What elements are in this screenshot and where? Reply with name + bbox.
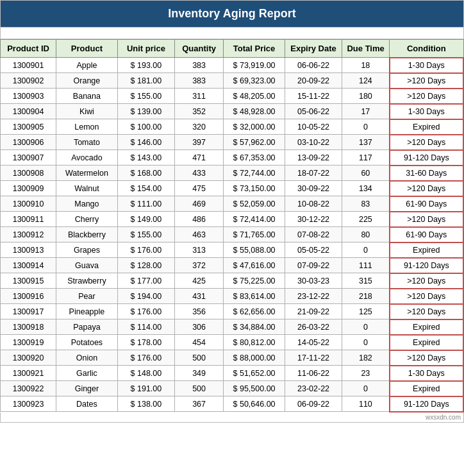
cell-condition: >120 Days [390, 89, 463, 104]
cell-product-id: 1300904 [1, 104, 56, 119]
cell-due-time: 180 [342, 89, 390, 104]
table-row: 1300918Papaya$ 114.00306$ 34,884.0026-03… [1, 319, 464, 335]
cell-due-time: 80 [342, 227, 390, 242]
cell-quantity: 352 [175, 104, 224, 119]
cell-unit-price: $ 155.00 [117, 89, 174, 104]
cell-product-id: 1300923 [1, 396, 56, 412]
cell-product: Dates [56, 396, 118, 412]
cell-product-id: 1300913 [1, 242, 56, 258]
cell-product-id: 1300919 [1, 335, 56, 350]
cell-total-price: $ 50,646.00 [224, 396, 285, 412]
cell-quantity: 500 [175, 350, 224, 366]
table-row: 1300916Pear$ 194.00431$ 83,614.0023-12-2… [1, 289, 464, 304]
cell-expiry: 13-09-22 [285, 150, 342, 166]
cell-total-price: $ 95,500.00 [224, 381, 285, 396]
cell-product: Avocado [56, 150, 118, 166]
cell-quantity: 500 [175, 381, 224, 396]
cell-total-price: $ 83,614.00 [224, 289, 285, 304]
cell-unit-price: $ 111.00 [117, 196, 174, 212]
cell-product-id: 1300905 [1, 119, 56, 135]
cell-condition: 1-30 Days [390, 58, 463, 73]
cell-expiry: 06-06-22 [285, 58, 342, 73]
cell-total-price: $ 52,059.00 [224, 196, 285, 212]
table-row: 1300902Orange$ 181.00383$ 69,323.0020-09… [1, 73, 464, 89]
cell-expiry: 15-11-22 [285, 89, 342, 104]
cell-product-id: 1300918 [1, 319, 56, 335]
cell-condition: >120 Days [390, 212, 463, 227]
cell-total-price: $ 57,962.00 [224, 135, 285, 150]
cell-total-price: $ 48,205.00 [224, 89, 285, 104]
table-row: 1300911Cherry$ 149.00486$ 72,414.0030-12… [1, 212, 464, 227]
cell-product-id: 1300912 [1, 227, 56, 242]
cell-quantity: 475 [175, 181, 224, 196]
cell-product-id: 1300916 [1, 289, 56, 304]
table-body: 1300901Apple$ 193.00383$ 73,919.0006-06-… [1, 58, 464, 412]
cell-expiry: 10-08-22 [285, 196, 342, 212]
cell-unit-price: $ 168.00 [117, 166, 174, 181]
table-row: 1300915Strawberry$ 177.00425$ 75,225.003… [1, 273, 464, 289]
cell-quantity: 372 [175, 258, 224, 273]
report-title: Inventory Aging Report [0, 0, 464, 28]
inventory-table: Product ID Product Unit price Quantity T… [0, 39, 464, 412]
table-row: 1300913Grapes$ 176.00313$ 55,088.0005-05… [1, 242, 464, 258]
cell-due-time: 83 [342, 196, 390, 212]
cell-quantity: 433 [175, 166, 224, 181]
cell-quantity: 454 [175, 335, 224, 350]
cell-unit-price: $ 176.00 [117, 350, 174, 366]
cell-due-time: 23 [342, 366, 390, 381]
cell-product: Pineapple [56, 304, 118, 319]
cell-product: Blackberry [56, 227, 118, 242]
cell-unit-price: $ 146.00 [117, 135, 174, 150]
cell-product: Banana [56, 89, 118, 104]
cell-unit-price: $ 176.00 [117, 242, 174, 258]
cell-expiry: 05-06-22 [285, 104, 342, 119]
cell-quantity: 463 [175, 227, 224, 242]
cell-expiry: 23-02-22 [285, 381, 342, 396]
table-row: 1300919Potatoes$ 178.00454$ 80,812.0014-… [1, 335, 464, 350]
cell-condition: >120 Days [390, 135, 463, 150]
header-due-time: Due Time [342, 40, 390, 58]
cell-condition: 1-30 Days [390, 104, 463, 119]
cell-expiry: 07-09-22 [285, 258, 342, 273]
cell-expiry: 30-09-22 [285, 181, 342, 196]
cell-quantity: 313 [175, 242, 224, 258]
cell-quantity: 356 [175, 304, 224, 319]
cell-total-price: $ 69,323.00 [224, 73, 285, 89]
cell-product-id: 1300901 [1, 58, 56, 73]
cell-due-time: 137 [342, 135, 390, 150]
header-product-id: Product ID [1, 40, 56, 58]
cell-total-price: $ 73,919.00 [224, 58, 285, 73]
cell-unit-price: $ 191.00 [117, 381, 174, 396]
cell-due-time: 111 [342, 258, 390, 273]
spreadsheet-container: Inventory Aging Report Product ID Produc… [0, 0, 464, 423]
cell-product: Tomato [56, 135, 118, 150]
cell-total-price: $ 75,225.00 [224, 273, 285, 289]
cell-due-time: 0 [342, 119, 390, 135]
cell-product: Guava [56, 258, 118, 273]
cell-quantity: 383 [175, 73, 224, 89]
cell-total-price: $ 88,000.00 [224, 350, 285, 366]
cell-product-id: 1300920 [1, 350, 56, 366]
table-row: 1300904Kiwi$ 139.00352$ 48,928.0005-06-2… [1, 104, 464, 119]
cell-condition: Expired [390, 242, 463, 258]
cell-product-id: 1300910 [1, 196, 56, 212]
cell-quantity: 311 [175, 89, 224, 104]
cell-unit-price: $ 181.00 [117, 73, 174, 89]
cell-product: Walnut [56, 181, 118, 196]
cell-total-price: $ 47,616.00 [224, 258, 285, 273]
cell-expiry: 20-09-22 [285, 73, 342, 89]
cell-product: Lemon [56, 119, 118, 135]
cell-expiry: 30-03-23 [285, 273, 342, 289]
cell-product: Strawberry [56, 273, 118, 289]
cell-total-price: $ 71,765.00 [224, 227, 285, 242]
cell-unit-price: $ 177.00 [117, 273, 174, 289]
cell-product-id: 1300903 [1, 89, 56, 104]
cell-condition: 61-90 Days [390, 196, 463, 212]
cell-due-time: 134 [342, 181, 390, 196]
cell-due-time: 125 [342, 304, 390, 319]
cell-product-id: 1300902 [1, 73, 56, 89]
cell-unit-price: $ 138.00 [117, 396, 174, 412]
cell-expiry: 17-11-22 [285, 350, 342, 366]
cell-unit-price: $ 148.00 [117, 366, 174, 381]
cell-total-price: $ 51,652.00 [224, 366, 285, 381]
